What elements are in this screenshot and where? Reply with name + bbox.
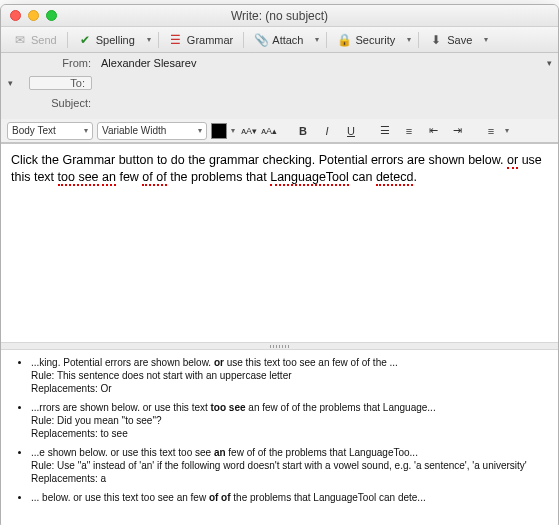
issue-context: ...rrors are shown below. or use this te… bbox=[31, 402, 436, 413]
format-toolbar: Body Text ▾ Variable Width ▾ ▾ ᴀA▾ ᴀA▴ B… bbox=[1, 119, 558, 143]
subject-row: Subject: bbox=[1, 93, 558, 113]
grammar-issues-panel[interactable]: ...king. Potential errors are shown belo… bbox=[1, 350, 558, 525]
from-value[interactable]: Alexander Slesarev bbox=[97, 57, 540, 69]
subject-label: Subject: bbox=[19, 97, 97, 109]
issue-context: ...e shown below. or use this text too s… bbox=[31, 447, 418, 458]
send-label: Send bbox=[31, 34, 57, 46]
issue-replacements: Replacements: a bbox=[31, 472, 548, 485]
paragraph-style-label: Body Text bbox=[12, 125, 56, 136]
close-icon[interactable] bbox=[10, 10, 21, 21]
issue-rule: Rule: This sentence does not start with … bbox=[31, 369, 548, 382]
body-text: few bbox=[116, 170, 142, 184]
separator bbox=[243, 32, 244, 48]
issue-item[interactable]: ...king. Potential errors are shown belo… bbox=[31, 356, 548, 395]
spell-error[interactable]: LanguageTool bbox=[270, 170, 349, 186]
send-icon: ✉ bbox=[13, 33, 27, 47]
save-icon: ⬇ bbox=[429, 33, 443, 47]
decrease-size-button[interactable]: ᴀA▾ bbox=[239, 122, 259, 140]
grammar-label: Grammar bbox=[187, 34, 233, 46]
attach-dropdown-icon[interactable]: ▾ bbox=[312, 35, 322, 45]
separator bbox=[326, 32, 327, 48]
issue-rule: Rule: Did you mean "to see"? bbox=[31, 414, 548, 427]
splitter-handle[interactable] bbox=[1, 342, 558, 350]
separator bbox=[67, 32, 68, 48]
spelling-label: Spelling bbox=[96, 34, 135, 46]
increase-size-button[interactable]: ᴀA▴ bbox=[259, 122, 279, 140]
issues-list: ...king. Potential errors are shown belo… bbox=[19, 356, 548, 504]
paragraph-style-select[interactable]: Body Text ▾ bbox=[7, 122, 93, 140]
grammar-error[interactable]: too see bbox=[58, 170, 99, 186]
from-label: From: bbox=[19, 57, 97, 69]
grammar-error[interactable]: or bbox=[507, 153, 518, 169]
body-text: . bbox=[413, 170, 416, 184]
issue-rule: Rule: Use "a" instead of 'an' if the fol… bbox=[31, 459, 548, 472]
to-field[interactable] bbox=[96, 77, 558, 89]
message-body-editor[interactable]: Click the Grammar button to do the gramm… bbox=[1, 144, 558, 342]
font-family-select[interactable]: Variable Width ▾ bbox=[97, 122, 207, 140]
issue-replacements: Replacements: Or bbox=[31, 382, 548, 395]
issue-context: ...king. Potential errors are shown belo… bbox=[31, 357, 398, 368]
message-headers: From: Alexander Slesarev ▾ ▾ To: Subject… bbox=[1, 53, 558, 144]
save-label: Save bbox=[447, 34, 472, 46]
to-label[interactable]: To: bbox=[29, 76, 92, 90]
align-button[interactable]: ≡ bbox=[481, 122, 501, 140]
font-size-group: ᴀA▾ ᴀA▴ bbox=[239, 122, 279, 140]
save-button[interactable]: ⬇ Save bbox=[423, 31, 478, 49]
outdent-button[interactable]: ⇤ bbox=[423, 122, 443, 140]
issue-replacements: Replacements: to see bbox=[31, 427, 548, 440]
indent-button[interactable]: ⇥ bbox=[447, 122, 467, 140]
chevron-down-icon: ▾ bbox=[84, 126, 88, 135]
spell-error[interactable]: detecd bbox=[376, 170, 414, 186]
separator bbox=[418, 32, 419, 48]
body-paragraph[interactable]: Click the Grammar button to do the gramm… bbox=[11, 152, 548, 186]
underline-button[interactable]: U bbox=[341, 122, 361, 140]
grammar-error[interactable]: an bbox=[102, 170, 116, 186]
lock-icon: 🔒 bbox=[337, 33, 351, 47]
send-button[interactable]: ✉ Send bbox=[7, 31, 63, 49]
attach-label: Attach bbox=[272, 34, 303, 46]
to-input[interactable] bbox=[100, 77, 554, 89]
grip-icon bbox=[270, 345, 290, 348]
window-controls bbox=[1, 10, 57, 21]
subject-input[interactable] bbox=[101, 97, 554, 109]
save-dropdown-icon[interactable]: ▾ bbox=[481, 35, 491, 45]
security-label: Security bbox=[355, 34, 395, 46]
grammar-icon: ☰ bbox=[169, 33, 183, 47]
attach-button[interactable]: 📎 Attach bbox=[248, 31, 309, 49]
body-text: can bbox=[349, 170, 376, 184]
issue-context: ... below. or use this text too see an f… bbox=[31, 492, 426, 503]
header-expand-icon[interactable]: ▾ bbox=[1, 78, 19, 88]
attach-icon: 📎 bbox=[254, 33, 268, 47]
zoom-icon[interactable] bbox=[46, 10, 57, 21]
spelling-button[interactable]: ✔ Spelling bbox=[72, 31, 141, 49]
body-text: the problems that bbox=[167, 170, 271, 184]
spelling-dropdown-icon[interactable]: ▾ bbox=[144, 35, 154, 45]
subject-field[interactable] bbox=[97, 97, 558, 109]
separator bbox=[158, 32, 159, 48]
minimize-icon[interactable] bbox=[28, 10, 39, 21]
body-text: Click the Grammar button to do the gramm… bbox=[11, 153, 507, 167]
chevron-down-icon[interactable]: ▾ bbox=[505, 126, 509, 135]
from-dropdown-icon[interactable]: ▾ bbox=[540, 58, 558, 68]
to-row: ▾ To: bbox=[1, 73, 558, 93]
italic-button[interactable]: I bbox=[317, 122, 337, 140]
text-color-swatch[interactable] bbox=[211, 123, 227, 139]
grammar-button[interactable]: ☰ Grammar bbox=[163, 31, 239, 49]
issue-item[interactable]: ... below. or use this text too see an f… bbox=[31, 491, 548, 504]
security-button[interactable]: 🔒 Security bbox=[331, 31, 401, 49]
bold-button[interactable]: B bbox=[293, 122, 313, 140]
bullet-list-button[interactable]: ☰ bbox=[375, 122, 395, 140]
grammar-error[interactable]: of of bbox=[142, 170, 166, 186]
titlebar[interactable]: Write: (no subject) bbox=[1, 5, 558, 27]
chevron-down-icon[interactable]: ▾ bbox=[231, 126, 235, 135]
from-row: From: Alexander Slesarev ▾ bbox=[1, 53, 558, 73]
number-list-button[interactable]: ≡ bbox=[399, 122, 419, 140]
font-family-label: Variable Width bbox=[102, 125, 166, 136]
issue-item[interactable]: ...e shown below. or use this text too s… bbox=[31, 446, 548, 485]
issue-item[interactable]: ...rrors are shown below. or use this te… bbox=[31, 401, 548, 440]
compose-window: Write: (no subject) ✉ Send ✔ Spelling ▾ … bbox=[0, 4, 559, 525]
check-icon: ✔ bbox=[78, 33, 92, 47]
main-toolbar: ✉ Send ✔ Spelling ▾ ☰ Grammar 📎 Attach ▾… bbox=[1, 27, 558, 53]
window-title: Write: (no subject) bbox=[1, 9, 558, 23]
security-dropdown-icon[interactable]: ▾ bbox=[404, 35, 414, 45]
